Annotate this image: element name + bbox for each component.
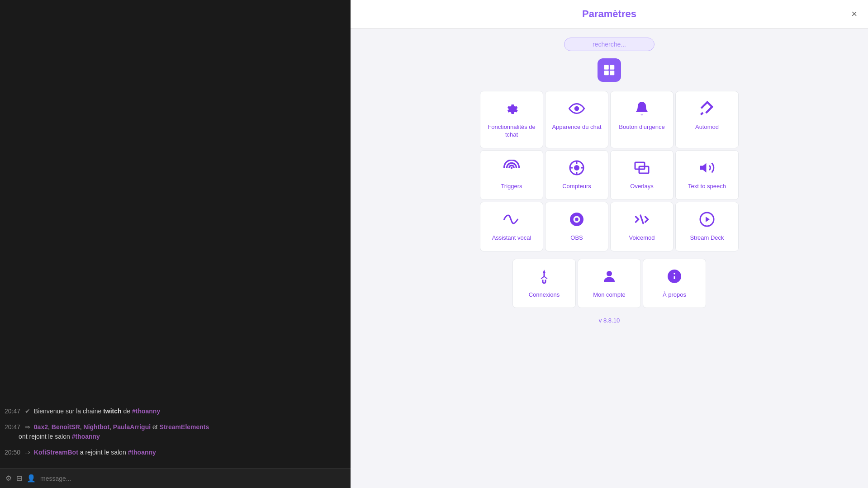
grid-item-compteurs[interactable]: Compteurs [545, 150, 608, 200]
mention: Nightbot [84, 423, 110, 431]
svg-rect-1 [610, 65, 614, 70]
waves-icon [503, 211, 520, 230]
svg-point-17 [607, 271, 612, 276]
chat-message: 20:50 ⇒ KofiStreamBot a rejoint le salon… [5, 448, 346, 457]
svg-rect-0 [604, 65, 609, 70]
mention: BenoitSR [52, 423, 80, 431]
grid-item-label: À propos [663, 291, 686, 299]
settings-icon[interactable]: ⚙ [5, 474, 12, 483]
grid-item-mon-compte[interactable]: Mon compte [578, 259, 641, 308]
message-text: a rejoint le salon #thoanny [80, 449, 156, 456]
grid-item-connexions[interactable]: Connexions [512, 259, 576, 308]
timestamp: 20:50 [5, 449, 20, 456]
user-icon[interactable]: 👤 [27, 474, 36, 483]
speaker-icon [699, 160, 715, 178]
gear-icon [503, 100, 520, 119]
svg-point-14 [575, 218, 579, 221]
mention: StreamElements [160, 423, 209, 431]
chat-panel: 20:47 ✔ Bienvenue sur la chaine twitch d… [0, 0, 351, 488]
grid-item-label: Text to speech [688, 183, 726, 190]
overlays-icon [634, 160, 650, 178]
svg-rect-3 [610, 71, 614, 75]
grid-item-label: Stream Deck [690, 234, 724, 242]
close-button[interactable]: × [851, 9, 857, 19]
grid-item-automod[interactable]: Automod [675, 91, 739, 148]
message-text: Bienvenue sur la chaine twitch de #thoan… [34, 407, 160, 415]
settings-title: Paramètres [582, 8, 636, 20]
grid-item-label: Voicemod [629, 234, 655, 242]
grid-item-fonctionnalites-chat[interactable]: Fonctionnalités de tchat [480, 91, 543, 148]
sword-icon [699, 100, 715, 119]
grid-item-voicemod[interactable]: Voicemod [610, 202, 674, 251]
grid-item-stream-deck[interactable]: Stream Deck [675, 202, 739, 251]
grid-item-assistant-vocal[interactable]: Assistant vocal [480, 202, 543, 251]
svg-point-8 [574, 165, 579, 171]
signal-icon [503, 160, 520, 178]
grid-item-label: OBS [570, 234, 583, 242]
grid-item-label: Triggers [501, 183, 522, 190]
grid-item-apparence-chat[interactable]: Apparence du chat [545, 91, 608, 148]
svg-point-4 [574, 106, 579, 111]
grid-item-obs[interactable]: OBS [545, 202, 608, 251]
chat-message: 20:47 ✔ Bienvenue sur la chaine twitch d… [5, 407, 346, 416]
grid-item-label: Apparence du chat [552, 123, 601, 131]
chat-messages: 20:47 ✔ Bienvenue sur la chaine twitch d… [0, 0, 351, 468]
grid-item-bouton-urgence[interactable]: Bouton d'urgence [610, 91, 674, 148]
settings-panel: Paramètres × Fonctionnalités de tchat [351, 0, 868, 488]
grid-item-a-propos[interactable]: À propos [643, 259, 706, 308]
grid-item-label: Automod [695, 123, 719, 131]
message-text: ont rejoint le salon #thoanny [5, 433, 100, 440]
message-input[interactable] [40, 475, 345, 482]
search-input[interactable] [564, 38, 655, 51]
plug-icon [536, 268, 552, 287]
grid-item-label: Assistant vocal [492, 234, 531, 242]
arrow-icon: ⇒ [25, 449, 30, 456]
timestamp: 20:47 [5, 407, 20, 415]
bookmark-icon[interactable]: ⊟ [16, 474, 22, 483]
user-icon [601, 268, 617, 287]
timestamp: 20:47 [5, 423, 20, 431]
grid-item-label: Compteurs [562, 183, 591, 190]
grid-item-label: Overlays [630, 183, 653, 190]
grid-item-label: Mon compte [593, 291, 626, 299]
mention: 0ax2 [34, 423, 48, 431]
voicemod-icon [634, 211, 650, 230]
grid-item-overlays[interactable]: Overlays [610, 150, 674, 200]
counter-icon [569, 160, 585, 178]
svg-point-20 [674, 273, 675, 275]
settings-grid-bottom: Connexions Mon compte À propos [512, 259, 706, 308]
svg-marker-16 [706, 217, 710, 222]
svg-point-6 [511, 167, 513, 169]
chat-message: 20:47 ⇒ 0ax2, BenoitSR, Nightbot, PaulaA… [5, 422, 346, 441]
app-logo [598, 58, 621, 82]
settings-header: Paramètres × [351, 0, 868, 28]
grid-item-label: Connexions [529, 291, 560, 299]
chat-toolbar: ⚙ ⊟ 👤 [0, 468, 351, 488]
svg-rect-5 [640, 102, 644, 104]
svg-marker-11 [700, 163, 707, 172]
grid-item-label: Fonctionnalités de tchat [485, 123, 538, 139]
settings-body: Fonctionnalités de tchat Apparence du ch… [351, 28, 868, 333]
mention: PaulaArrigui [113, 423, 151, 431]
version-text: v 8.8.10 [599, 317, 620, 324]
stream-deck-icon [699, 211, 715, 230]
grid-item-triggers[interactable]: Triggers [480, 150, 543, 200]
grid-item-label: Bouton d'urgence [619, 123, 665, 131]
obs-icon [569, 211, 585, 230]
mention: KofiStreamBot [34, 449, 78, 456]
bell-icon [634, 100, 650, 119]
eye-icon [569, 100, 585, 119]
svg-rect-2 [604, 71, 609, 75]
checkmark-icon: ✔ [25, 407, 30, 415]
info-icon [666, 268, 683, 287]
grid-item-text-to-speech[interactable]: Text to speech [675, 150, 739, 200]
arrow-icon: ⇒ [25, 423, 30, 431]
settings-grid: Fonctionnalités de tchat Apparence du ch… [480, 91, 739, 251]
